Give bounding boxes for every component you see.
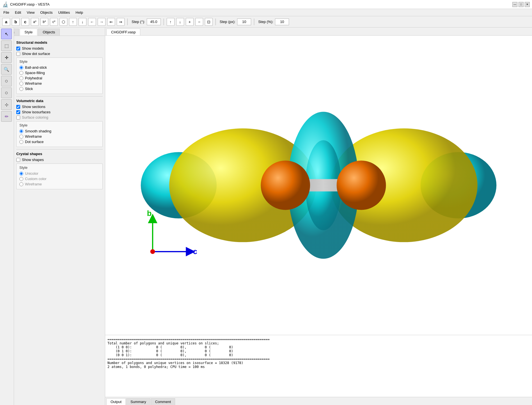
separator-4	[254, 19, 254, 25]
polyhedral-label: Polyhedral	[25, 76, 42, 80]
smooth-shading-radio[interactable]	[19, 129, 23, 133]
space-filling-radio[interactable]	[19, 71, 23, 75]
menu-file[interactable]: File	[2, 10, 10, 15]
show-isosurfaces-checkbox[interactable]	[16, 110, 20, 114]
show-models-label: Show models	[22, 46, 44, 50]
axis-bstar-button[interactable]: b*	[40, 18, 48, 26]
nav-left2-button[interactable]: ⇐	[107, 18, 115, 26]
unicolor-label: Unicolor	[25, 171, 38, 176]
output-tab-output[interactable]: Output	[106, 398, 126, 405]
menu-objects[interactable]: Objects	[39, 10, 54, 15]
main-toolbar: a b c a* b* c* ⬡ ↑ ↓ ← → ⇐ ⇒ Step (°): ↑…	[0, 16, 532, 27]
frame-button[interactable]: ⊡	[205, 18, 213, 26]
rotate-down-button[interactable]: ↓	[79, 18, 86, 26]
radio-wireframe-2: Wireframe	[19, 134, 100, 139]
show-dot-surface-checkbox[interactable]	[16, 52, 20, 56]
step-pct-input[interactable]	[275, 19, 289, 25]
rotate-up-button[interactable]: ↑	[69, 18, 77, 26]
step-px-input[interactable]	[237, 19, 251, 25]
maximize-button[interactable]: □	[519, 2, 524, 7]
surface-coloring-checkbox[interactable]	[16, 116, 20, 119]
wireframe-3-radio[interactable]	[19, 182, 23, 186]
structural-models-title: Structural models	[16, 40, 103, 45]
title-bar: 🔬 CHGDIFF.vasp - VESTA — □ ✕	[0, 0, 532, 9]
move-down-button[interactable]: ↓	[176, 18, 184, 26]
ball-stick-radio[interactable]	[19, 66, 23, 70]
step-px-label: Step (px):	[220, 20, 235, 24]
select-tool-button[interactable]: ↖	[1, 29, 12, 39]
custom-color-radio[interactable]	[19, 177, 23, 181]
menu-utilities[interactable]: Utilities	[57, 10, 71, 15]
show-isosurfaces-label: Show isosurfaces	[22, 110, 51, 114]
style-group-1-title: Style	[19, 59, 100, 64]
radio-space-filling: Space-filling	[19, 71, 100, 75]
atom-tool-button[interactable]: ⬡	[1, 88, 12, 98]
output-tab-comment[interactable]: Comment	[151, 398, 175, 405]
svg-point-12	[150, 249, 155, 254]
menu-help[interactable]: Help	[74, 10, 84, 15]
draw-tool-button[interactable]: ✏	[1, 111, 12, 122]
zoom-in-button[interactable]: +	[186, 18, 194, 26]
panel-content: Structural models Show models Show dot s…	[14, 36, 105, 405]
radio-custom-color: Custom color	[19, 177, 100, 181]
divider-2	[16, 149, 103, 149]
wireframe-2-radio[interactable]	[19, 135, 23, 139]
show-models-checkbox[interactable]	[16, 47, 20, 50]
radio-smooth-shading: Smooth shading	[19, 129, 100, 133]
structural-style-group: Style Ball-and-stick Space-filling Polyh…	[16, 57, 103, 94]
nav-left-button[interactable]: ←	[88, 18, 96, 26]
svg-text:b: b	[147, 209, 152, 218]
menu-bar: File Edit View Objects Utilities Help	[0, 9, 532, 16]
show-shapes-checkbox[interactable]	[16, 158, 20, 162]
show-dot-surface-label: Show dot surface	[22, 52, 50, 56]
move-tool-button[interactable]: ✛	[1, 52, 12, 63]
zoom-out-button[interactable]: −	[195, 18, 203, 26]
output-content[interactable]: ========================================…	[105, 335, 532, 397]
move-up-button[interactable]: ↑	[167, 18, 175, 26]
content-tab-chgdiff[interactable]: CHGDIFF.vasp	[106, 29, 140, 35]
custom-color-label: Custom color	[25, 177, 47, 181]
stick-radio[interactable]	[19, 87, 23, 91]
polyhedra-button[interactable]: ⬡	[59, 18, 67, 26]
axis-astar-button[interactable]: a*	[31, 18, 39, 26]
radio-unicolor: Unicolor	[19, 171, 100, 176]
3d-scene: b c	[105, 36, 532, 335]
wireframe-3-label: Wireframe	[25, 182, 42, 186]
menu-edit[interactable]: Edit	[14, 10, 22, 15]
axis-a-button[interactable]: a	[2, 18, 10, 26]
measure-tool-button[interactable]: ⊹	[1, 99, 12, 110]
wireframe-1-radio[interactable]	[19, 82, 23, 86]
viewport[interactable]: b c	[105, 36, 532, 335]
close-button[interactable]: ✕	[525, 2, 530, 7]
output-area: ========================================…	[105, 335, 532, 405]
wireframe-2-label: Wireframe	[25, 134, 42, 139]
window-controls[interactable]: — □ ✕	[512, 2, 530, 7]
tab-style[interactable]: Style	[20, 29, 37, 36]
window-title: CHGDIFF.vasp - VESTA	[10, 2, 50, 6]
nav-right2-button[interactable]: ⇒	[117, 18, 125, 26]
surface-coloring-label: Surface coloring	[22, 115, 48, 119]
zoom-tool-button[interactable]: 🔍	[1, 64, 12, 75]
radio-dot-surface: Dot surface	[19, 140, 100, 144]
surface-coloring-row: Surface coloring	[16, 115, 103, 119]
show-sections-checkbox[interactable]	[16, 105, 20, 109]
menu-view[interactable]: View	[26, 10, 36, 15]
volumetric-data-title: Volumetric data	[16, 99, 103, 103]
bond-tool-button[interactable]: ⬡	[1, 76, 12, 86]
svg-point-9	[337, 161, 386, 210]
volumetric-style-group: Style Smooth shading Wireframe Dot surfa…	[16, 121, 103, 147]
axis-cstar-button[interactable]: c*	[50, 18, 58, 26]
tab-objects[interactable]: Objects	[38, 29, 60, 36]
unicolor-radio[interactable]	[19, 172, 23, 176]
step-deg-input[interactable]	[147, 19, 161, 25]
marquee-tool-button[interactable]: ⬚	[1, 40, 12, 51]
axis-b-button[interactable]: b	[12, 18, 20, 26]
nav-right-button[interactable]: →	[98, 18, 106, 26]
wireframe-1-label: Wireframe	[25, 81, 42, 86]
minimize-button[interactable]: —	[512, 2, 517, 7]
step-deg-label: Step (°):	[132, 20, 145, 24]
axis-c-button[interactable]: c	[21, 18, 29, 26]
dot-surface-radio[interactable]	[19, 140, 23, 144]
polyhedral-radio[interactable]	[19, 76, 23, 80]
output-tab-summary[interactable]: Summary	[126, 398, 150, 405]
